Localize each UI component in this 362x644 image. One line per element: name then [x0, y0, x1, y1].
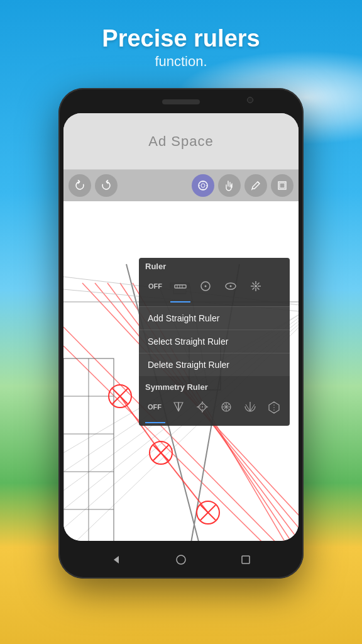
- ruler-icon-button[interactable]: [192, 174, 214, 197]
- ad-label: Ad Space: [148, 133, 213, 150]
- symmetry-section-title: Symmetry Ruler: [139, 379, 290, 394]
- main-title: Precise rulers: [0, 25, 362, 52]
- symmetry-icons-row: OFF: [139, 394, 290, 422]
- svg-marker-66: [178, 402, 183, 411]
- svg-point-53: [205, 286, 207, 287]
- pen-tool-button[interactable]: [244, 174, 267, 197]
- ruler-section-title: Ruler: [139, 258, 290, 274]
- ad-space: Ad Space: [63, 113, 299, 170]
- select-straight-ruler-item[interactable]: Select Straight Ruler: [139, 330, 290, 353]
- svg-line-63: [257, 283, 259, 285]
- ruler-off-button[interactable]: OFF: [145, 276, 165, 296]
- svg-marker-65: [174, 402, 178, 411]
- svg-point-55: [230, 286, 232, 287]
- svg-point-1: [201, 184, 205, 187]
- symmetry-fan-icon[interactable]: [241, 397, 260, 417]
- ellipse-ruler-icon[interactable]: [221, 276, 241, 296]
- svg-point-56: [255, 285, 257, 287]
- symmetry-mirror-icon[interactable]: [169, 397, 188, 417]
- circle-ruler-icon[interactable]: [195, 276, 216, 296]
- svg-point-79: [177, 555, 185, 564]
- svg-line-62: [257, 287, 259, 289]
- canvas-area[interactable]: Ruler OFF: [63, 201, 299, 541]
- phone-frame: Ad Space: [58, 88, 304, 579]
- add-straight-ruler-item[interactable]: Add Straight Ruler: [139, 306, 290, 330]
- symmetry-rotate-icon[interactable]: [193, 397, 212, 417]
- straight-ruler-icon[interactable]: [170, 276, 190, 296]
- symmetry-off-button[interactable]: OFF: [145, 397, 164, 417]
- phone-screen: Ad Space: [63, 113, 299, 541]
- title-area: Precise rulers function.: [0, 25, 362, 70]
- phone-camera: [247, 97, 253, 103]
- svg-line-64: [253, 287, 255, 289]
- ruler-dropdown-menu: Ruler OFF: [139, 258, 290, 426]
- svg-rect-48: [175, 285, 186, 288]
- layer-button[interactable]: [271, 174, 293, 197]
- svg-line-76: [250, 404, 255, 411]
- radial-ruler-icon[interactable]: [246, 276, 266, 296]
- home-nav-button[interactable]: [173, 552, 189, 567]
- svg-marker-78: [114, 556, 119, 564]
- back-nav-button[interactable]: [109, 552, 124, 567]
- svg-rect-7: [280, 183, 285, 188]
- svg-line-75: [246, 404, 250, 411]
- svg-point-0: [199, 181, 207, 190]
- symmetry-radial-icon[interactable]: [217, 397, 236, 417]
- ruler-icons-row: OFF: [139, 274, 290, 301]
- phone-nav-bar: [58, 541, 304, 579]
- svg-rect-80: [242, 556, 250, 564]
- phone-speaker: [162, 99, 200, 104]
- recent-nav-button[interactable]: [238, 552, 253, 567]
- sub-title: function.: [0, 53, 362, 70]
- delete-straight-ruler-item[interactable]: Delete Straight Ruler: [139, 353, 290, 376]
- undo-button[interactable]: [69, 174, 91, 197]
- svg-line-61: [253, 283, 255, 285]
- symmetry-3d-icon[interactable]: [265, 397, 283, 417]
- toolbar: [63, 170, 299, 201]
- hand-tool-button[interactable]: [218, 174, 241, 197]
- symmetry-section: Symmetry Ruler OFF: [139, 379, 290, 426]
- redo-button[interactable]: [95, 174, 118, 197]
